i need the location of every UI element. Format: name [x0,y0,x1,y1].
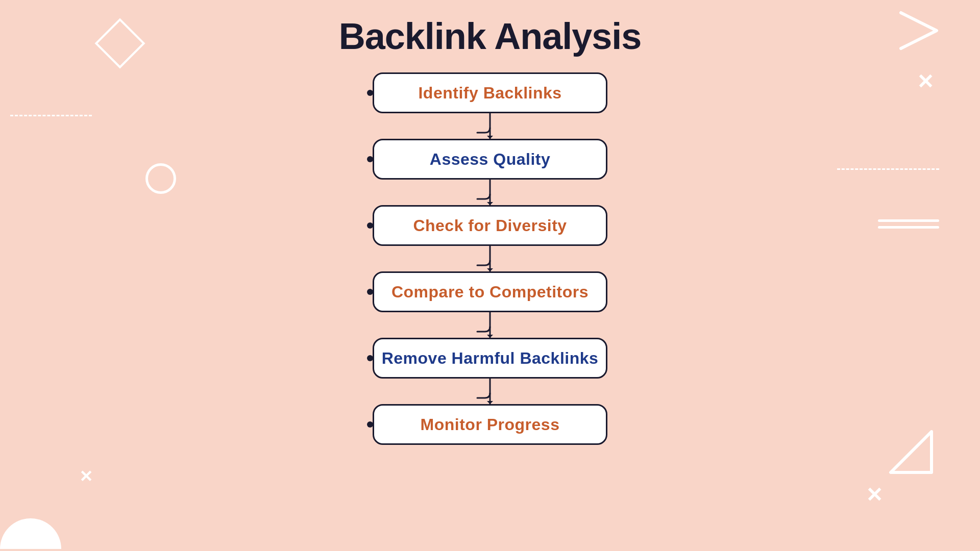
arrow-3 [470,246,510,271]
main-content: Backlink Analysis Identify Backlinks Ass… [0,0,980,551]
step-identify-backlinks: Identify Backlinks [373,72,607,113]
step-assess-quality: Assess Quality [373,139,607,180]
step-4-label: Compare to Competitors [391,283,589,302]
arrow-4 [470,312,510,338]
flowchart: Identify Backlinks Assess Quality Check … [373,72,607,445]
step-2-label: Assess Quality [430,150,550,169]
step-3-label: Check for Diversity [413,216,567,235]
arrow-5 [470,379,510,404]
arrow-2 [470,180,510,205]
step-1-label: Identify Backlinks [418,84,561,103]
step-5-label: Remove Harmful Backlinks [382,349,599,368]
step-remove-harmful: Remove Harmful Backlinks [373,338,607,379]
step-monitor-progress: Monitor Progress [373,404,607,445]
step-compare-competitors: Compare to Competitors [373,271,607,312]
arrow-1 [470,113,510,139]
page-title: Backlink Analysis [339,15,642,57]
step-check-diversity: Check for Diversity [373,205,607,246]
step-6-label: Monitor Progress [421,415,560,434]
